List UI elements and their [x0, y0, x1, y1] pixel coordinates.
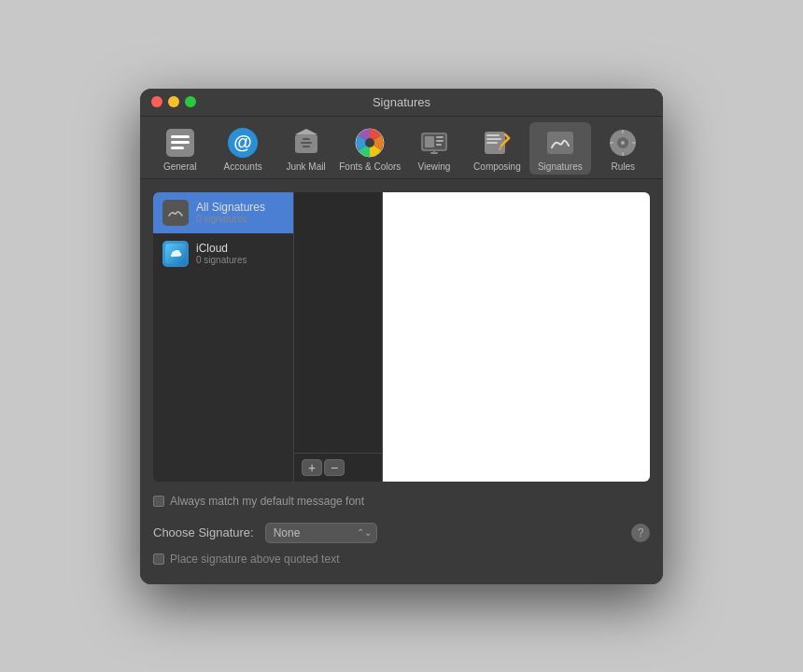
always-match-label: Always match my default message font	[170, 495, 364, 508]
panels-container: All Signatures 0 signatures	[153, 192, 650, 482]
toolbar-item-junkmail[interactable]: Junk Mail	[275, 122, 336, 175]
svg-point-31	[621, 141, 625, 145]
all-signatures-icon	[162, 200, 189, 226]
toolbar-item-viewing[interactable]: Viewing	[403, 122, 464, 175]
always-match-row: Always match my default message font	[153, 491, 650, 511]
choose-signature-wrapper: None ⌃⌄	[265, 523, 377, 543]
svg-rect-32	[622, 130, 624, 133]
icloud-sigs-count: 0 signatures	[196, 255, 247, 265]
svg-rect-24	[486, 142, 498, 144]
all-signatures-name: All Signatures	[196, 201, 265, 214]
svg-rect-18	[436, 144, 442, 146]
window-title: Signatures	[373, 95, 430, 109]
remove-signature-button[interactable]: −	[324, 459, 345, 476]
main-window: Signatures General @ Accounts	[140, 89, 663, 584]
svg-text:@: @	[233, 132, 252, 152]
junkmail-icon	[289, 126, 323, 160]
composing-icon	[480, 126, 514, 160]
toolbar-label-general: General	[163, 161, 197, 172]
svg-rect-15	[425, 136, 434, 147]
toolbar-label-viewing: Viewing	[418, 161, 451, 172]
toolbar-label-composing: Composing	[473, 161, 521, 172]
toolbar-item-rules[interactable]: Rules	[593, 122, 654, 175]
svg-line-26	[505, 134, 509, 138]
toolbar-item-fonts-colors[interactable]: Fonts & Colors	[338, 122, 402, 175]
svg-rect-35	[632, 142, 636, 144]
place-sig-row: Place signature above quoted text	[153, 551, 650, 567]
bottom-rows: Always match my default message font Cho…	[153, 491, 650, 567]
toolbar-item-general[interactable]: General	[149, 122, 210, 175]
toolbar-label-signatures: Signatures	[538, 161, 583, 172]
signatures-list	[294, 192, 382, 453]
svg-point-12	[365, 138, 374, 147]
all-signatures-text: All Signatures 0 signatures	[196, 201, 265, 224]
bottom-section: Always match my default message font Cho…	[153, 491, 650, 571]
svg-rect-17	[436, 140, 444, 142]
toolbar-label-fonts-colors: Fonts & Colors	[339, 161, 401, 172]
help-button[interactable]: ?	[631, 524, 650, 542]
svg-rect-8	[303, 138, 310, 140]
svg-rect-22	[486, 134, 500, 136]
icloud-name: iCloud	[196, 242, 247, 255]
svg-rect-3	[171, 147, 184, 149]
svg-rect-34	[610, 142, 613, 144]
toolbar-item-signatures[interactable]: Signatures	[529, 122, 590, 175]
maximize-button[interactable]	[185, 96, 196, 107]
signatures-icon	[543, 126, 577, 160]
always-match-checkbox[interactable]	[153, 496, 164, 507]
minimize-button[interactable]	[168, 96, 179, 107]
icloud-icon	[162, 241, 189, 267]
icloud-item[interactable]: iCloud 0 signatures	[153, 233, 293, 274]
svg-rect-33	[622, 152, 624, 156]
toolbar-item-accounts[interactable]: @ Accounts	[212, 122, 273, 175]
place-sig-label: Place signature above quoted text	[170, 553, 339, 566]
fonts-colors-icon	[353, 126, 387, 160]
svg-rect-16	[436, 136, 444, 138]
content-area: All Signatures 0 signatures	[140, 179, 663, 584]
svg-rect-28	[547, 132, 573, 154]
rules-icon	[606, 126, 640, 160]
signatures-panel: + −	[293, 192, 382, 482]
add-signature-button[interactable]: +	[302, 459, 322, 476]
place-sig-checkbox[interactable]	[153, 553, 164, 565]
toolbar-label-rules: Rules	[611, 161, 635, 172]
accounts-icon: @	[226, 126, 260, 160]
titlebar: Signatures	[140, 89, 663, 117]
svg-rect-1	[171, 135, 190, 138]
choose-sig-bar: Choose Signature: None ⌃⌄ ?	[153, 515, 650, 547]
svg-rect-23	[486, 138, 501, 140]
svg-rect-2	[171, 141, 190, 144]
toolbar-label-junkmail: Junk Mail	[286, 161, 325, 172]
svg-rect-19	[430, 152, 438, 154]
accounts-panel: All Signatures 0 signatures	[153, 192, 293, 482]
svg-marker-7	[295, 129, 317, 134]
all-signatures-item[interactable]: All Signatures 0 signatures	[153, 192, 293, 233]
traffic-lights	[151, 96, 196, 107]
svg-rect-20	[433, 151, 435, 152]
svg-rect-10	[303, 146, 310, 147]
close-button[interactable]	[151, 96, 162, 107]
choose-signature-select[interactable]: None	[265, 523, 377, 543]
signature-preview	[382, 192, 650, 482]
svg-rect-36	[167, 204, 184, 221]
choose-signature-label: Choose Signature:	[153, 525, 254, 539]
general-icon	[163, 126, 197, 160]
icloud-text: iCloud 0 signatures	[196, 242, 247, 265]
toolbar: General @ Accounts Junk Ma	[140, 117, 663, 179]
all-signatures-count: 0 signatures	[196, 214, 265, 224]
viewing-icon	[417, 126, 451, 160]
toolbar-item-composing[interactable]: Composing	[467, 122, 528, 175]
svg-rect-9	[301, 142, 312, 144]
signatures-actions: + −	[294, 453, 382, 482]
toolbar-label-accounts: Accounts	[224, 161, 262, 172]
